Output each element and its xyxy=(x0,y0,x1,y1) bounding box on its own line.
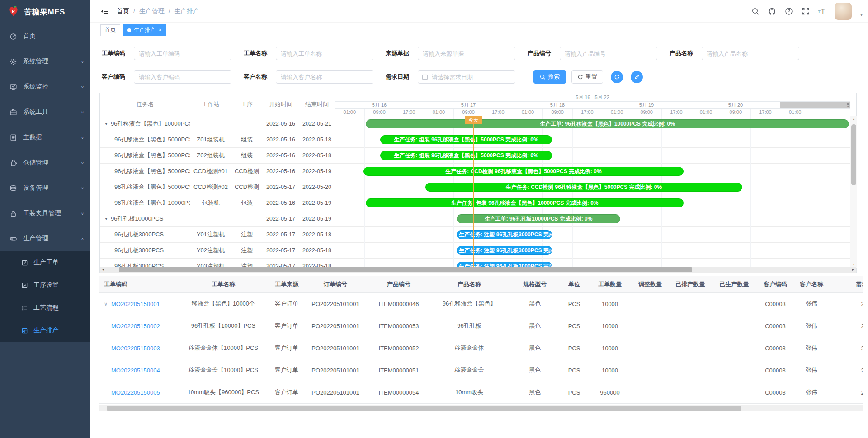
refresh-round-button[interactable] xyxy=(611,71,623,83)
search-icon[interactable] xyxy=(751,7,760,16)
reset-button[interactable]: 重置 xyxy=(571,70,603,84)
workstation-cell: CCD检测#02 xyxy=(190,183,231,191)
demand-date-cell: 2022 xyxy=(829,301,863,307)
sidebar-item-fixture-management[interactable]: 工装夹具管理 ∨ xyxy=(0,201,90,226)
order-code-link[interactable]: MO202205150002 xyxy=(111,323,160,330)
tab-home[interactable]: 首页 xyxy=(100,24,120,36)
process-cell: 注塑 xyxy=(231,231,263,239)
filter-input[interactable] xyxy=(418,70,515,84)
gantt-bar[interactable]: 生产任务: 注塑 96孔孔板3000PCS 完成比例: 0% xyxy=(457,246,552,255)
demand-date-cell: 2022 xyxy=(829,323,863,330)
filter-input[interactable] xyxy=(134,70,231,84)
app-window: K 苦糖果MES 首页 系统管理 ∨ 系统监控 ∨ 系统工具 xyxy=(0,0,868,438)
expand-caret-icon[interactable]: ∨ xyxy=(104,301,111,307)
gantt-task-row[interactable]: ▼ 96孔移液盒【黑色】5000PCS CCD检测#01 CCD检测 2022-… xyxy=(100,164,335,179)
calendar-icon xyxy=(422,74,428,80)
sidebar-item-system-management[interactable]: 系统管理 ∨ xyxy=(0,49,90,74)
gantt-task-row[interactable]: ▼ 96孔孔板3000PCS Y01注塑机 注塑 2022-05-17 2022… xyxy=(100,227,335,243)
filter-input[interactable] xyxy=(276,47,373,60)
table-scroll-thumb[interactable] xyxy=(107,406,741,411)
breadcrumb-production[interactable]: 生产管理 xyxy=(139,7,165,15)
caret-down-icon[interactable]: ▼ xyxy=(104,217,111,221)
order-code-link[interactable]: MO202205150001 xyxy=(111,301,160,307)
help-icon[interactable] xyxy=(784,7,793,16)
sidebar-item-home[interactable]: 首页 xyxy=(0,24,90,49)
gantt-panel: 任务名 工作站 工序 开始时间 结束时间 ▼ 96孔移液盒【黑色】10000PC… xyxy=(99,93,857,273)
gantt-bar[interactable]: 生产任务: CCD检测 96孔移液盒【黑色】5000PCS 完成比例: 0% xyxy=(363,167,684,176)
start-date-cell: 2022-05-17 xyxy=(263,216,299,222)
document-icon xyxy=(9,133,17,141)
filter-input[interactable] xyxy=(134,47,231,60)
sidebar-item-master-data[interactable]: 主数据 ∨ xyxy=(0,125,90,150)
scroll-right-icon[interactable]: ► xyxy=(850,267,856,273)
filter-field: 产品编号 xyxy=(528,47,657,60)
order-code-link[interactable]: MO202205150004 xyxy=(111,367,160,374)
table-row[interactable]: ∨ MO202205150003 移液盒盒体【10000】PCS 客户订单 PO… xyxy=(99,337,863,359)
breadcrumb-home[interactable]: 首页 xyxy=(117,7,129,15)
customer-code-cell: C00003 xyxy=(757,389,794,396)
order-source-cell: 客户订单 xyxy=(271,388,302,396)
sidebar-item-system-monitor[interactable]: 系统监控 ∨ xyxy=(0,74,90,99)
sidebar-collapse-icon[interactable] xyxy=(100,7,108,15)
sidebar-nav: 首页 系统管理 ∨ 系统监控 ∨ 系统工具 ∨ 主数据 ∨ xyxy=(0,24,90,342)
scroll-up-icon[interactable]: ▲ xyxy=(850,116,857,122)
gantt-task-row[interactable]: ▼ 96孔移液盒【黑色】5000PCS Z02组装机 组装 2022-05-16… xyxy=(100,148,335,164)
table-row[interactable]: ∨ MO202205150005 10mm吸头【960000】PCS 客户订单 … xyxy=(99,381,863,404)
table-horizontal-scrollbar[interactable] xyxy=(99,405,863,411)
order-code-link[interactable]: MO202205150005 xyxy=(111,389,160,396)
sidebar-subitem-work-order[interactable]: 生产工单 xyxy=(0,251,90,274)
gantt-task-row[interactable]: ▼ 96孔孔板10000PCS 2022-05-17 2022-05-19 xyxy=(100,211,335,227)
gantt-task-row[interactable]: ▼ 96孔移液盒【黑色】10000PCS 2022-05-16 2022-05-… xyxy=(100,116,335,132)
github-icon[interactable] xyxy=(768,7,777,16)
gantt-bar[interactable]: 生产工单: 96孔孔板10000PCS 完成比例: 0% xyxy=(457,214,620,223)
gantt-bar[interactable]: 生产任务: 组装 96孔移液盒【黑色】5000PCS 完成比例: 0% xyxy=(380,151,552,160)
sidebar-subitem-process-settings[interactable]: 工序设置 xyxy=(0,274,90,297)
table-row[interactable]: ∨ MO202205150002 96孔孔板【10000】PCS 客户订单 PO… xyxy=(99,315,863,337)
sidebar-item-production-management[interactable]: 生产管理 ∧ xyxy=(0,226,90,251)
gantt-task-row[interactable]: ▼ 96孔孔板3000PCS Y03注塑机 注塑 2022-05-17 2022… xyxy=(100,259,335,268)
table-row[interactable]: ∨ MO202205150001 移液盒【黑色】10000个 客户订单 PO20… xyxy=(99,293,863,315)
order-code-link[interactable]: MO202205150003 xyxy=(111,345,160,352)
timeline-range-label: 5月 16 - 5月 22 xyxy=(335,93,850,102)
search-button[interactable]: 搜索 xyxy=(533,70,566,84)
gantt-task-row[interactable]: ▼ 96孔移液盒【黑色】10000PCS 包装机 包装 2022-05-16 2… xyxy=(100,195,335,211)
sidebar-subitem-production-scheduling[interactable]: 生产排产 xyxy=(0,319,90,342)
fullscreen-icon[interactable] xyxy=(801,7,810,16)
avatar[interactable] xyxy=(835,3,852,20)
tags-bar: 首页 生产排产 × xyxy=(90,23,868,38)
sidebar-item-equipment[interactable]: 设备管理 ∨ xyxy=(0,175,90,201)
gantt-bar[interactable]: 生产任务: 注塑 96孔孔板3000PCS 完成比例: 0% xyxy=(457,230,552,239)
tab-close-icon[interactable]: × xyxy=(159,28,161,33)
vertical-scroll-thumb[interactable] xyxy=(851,124,856,185)
filter-input[interactable] xyxy=(702,47,799,60)
gantt-bar[interactable]: 生产任务: 组装 96孔移液盒【黑色】5000PCS 完成比例: 0% xyxy=(380,135,552,144)
gantt-task-row[interactable]: ▼ 96孔移液盒【黑色】5000PCS Z01组装机 组装 2022-05-16… xyxy=(100,132,335,148)
gantt-vertical-scrollbar[interactable]: ▲ ▼ xyxy=(850,116,857,268)
horizontal-scroll-thumb[interactable] xyxy=(119,267,692,272)
gantt-bar[interactable]: 生产工单: 96孔移液盒【黑色】10000PCS 完成比例: 0% xyxy=(366,119,849,128)
gantt-task-row[interactable]: ▼ 96孔移液盒【黑色】5000PCS CCD检测#02 CCD检测 2022-… xyxy=(100,179,335,195)
task-name-cell: ▼ 96孔孔板10000PCS xyxy=(100,215,190,223)
item-code-cell: ITEM00000046 xyxy=(369,301,429,307)
start-date-cell: 2022-05-17 xyxy=(263,184,299,190)
sidebar-subitem-process-flow[interactable]: 工艺流程 xyxy=(0,297,90,319)
gantt-horizontal-scrollbar[interactable]: ◄ ► xyxy=(100,267,856,273)
gantt-bar[interactable]: 生产任务: 包装 96孔移液盒【黑色】10000PCS 完成比例: 0% xyxy=(366,198,684,207)
tab-production-scheduling[interactable]: 生产排产 × xyxy=(123,24,166,36)
caret-down-icon[interactable]: ▼ xyxy=(104,122,111,126)
sidebar-item-warehouse[interactable]: 仓储管理 ∨ xyxy=(0,150,90,175)
filter-input[interactable] xyxy=(560,47,657,60)
edit-round-button[interactable] xyxy=(631,71,643,83)
table-row[interactable]: ∨ MO202205150004 移液盒盒盖【10000】PCS 客户订单 PO… xyxy=(99,359,863,381)
end-date-cell: 2022-05-21 xyxy=(299,121,335,127)
today-label: 今天 xyxy=(465,116,482,124)
avatar-dropdown-caret-icon[interactable]: ▾ xyxy=(860,12,863,17)
gantt-task-row[interactable]: ▼ 96孔孔板3000PCS Y02注塑机 注塑 2022-05-17 2022… xyxy=(100,243,335,259)
sidebar-item-system-tools[interactable]: 系统工具 ∨ xyxy=(0,99,90,125)
sales-order-cell: PO202205101001 xyxy=(302,389,369,396)
filter-input[interactable] xyxy=(418,47,515,60)
filter-input[interactable] xyxy=(276,70,373,84)
scroll-left-icon[interactable]: ◄ xyxy=(100,267,106,273)
font-size-icon[interactable]: TT xyxy=(818,7,827,16)
app-logo[interactable]: K 苦糖果MES xyxy=(0,0,90,24)
